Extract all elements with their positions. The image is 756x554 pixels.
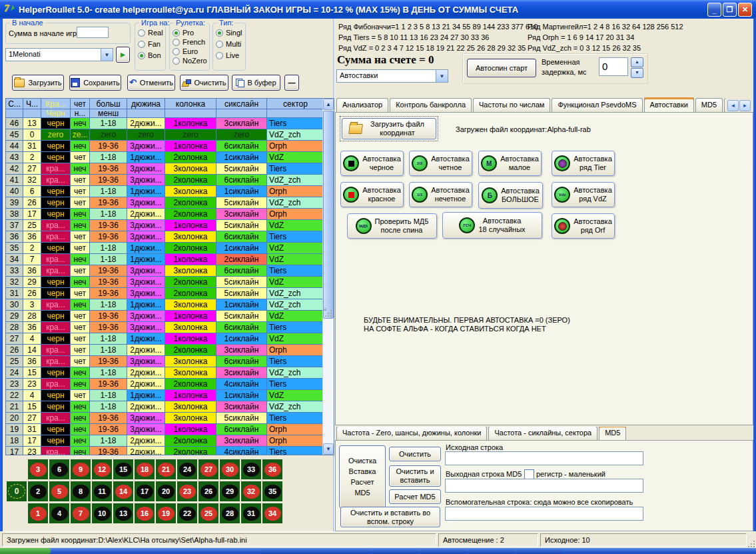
- roulette-number-cell[interactable]: 15: [113, 459, 133, 479]
- radio-icon[interactable]: [138, 41, 145, 48]
- delay-input[interactable]: 0: [599, 57, 628, 76]
- spin-up-icon[interactable]: ▲: [631, 57, 643, 67]
- roulette-number-cell[interactable]: 34: [262, 503, 282, 523]
- roulette-number-cell[interactable]: 18: [135, 459, 155, 479]
- tab-md5[interactable]: MD5: [695, 98, 723, 113]
- tab-функционал-psevdoms[interactable]: Функционал PsevdoMS: [552, 98, 642, 113]
- taskbar-button[interactable]: [373, 549, 418, 553]
- radio-option-live[interactable]: Live: [216, 51, 245, 59]
- autostake-button-18-случайных[interactable]: ГСЧАвтоставка18 случайных: [442, 212, 542, 239]
- autostake-button-ряд-vdz[interactable]: VdzАвтоставкаряд VdZ: [552, 182, 615, 207]
- scrollbar-thumb[interactable]: ≡: [323, 111, 334, 319]
- radio-option-singl[interactable]: Singl: [216, 29, 245, 37]
- mode-combobox[interactable]: Автоставки ▼: [336, 69, 448, 83]
- tab-частоты-по-числам[interactable]: Частоты по числам: [473, 98, 550, 113]
- roulette-number-cell[interactable]: 23: [177, 481, 197, 501]
- autostake-button-черное[interactable]: Автоставкачерное: [340, 151, 404, 176]
- maximize-button[interactable]: ❐: [723, 3, 737, 17]
- autostake-button-малое[interactable]: МАвтоставкамалое: [478, 151, 542, 176]
- md5-aux-input[interactable]: [445, 507, 643, 521]
- radio-icon[interactable]: [216, 52, 223, 59]
- roulette-number-cell[interactable]: 3: [28, 459, 48, 479]
- roulette-number-cell[interactable]: 11: [92, 481, 112, 501]
- roulette-zero-cell[interactable]: 0: [7, 481, 27, 501]
- roulette-number-cell[interactable]: 35: [262, 481, 282, 501]
- roulette-number-cell[interactable]: 2: [28, 481, 48, 501]
- roulette-number-cell[interactable]: 16: [135, 503, 155, 523]
- roulette-number-cell[interactable]: 20: [156, 481, 176, 501]
- roulette-number-cell[interactable]: 31: [241, 503, 261, 523]
- в буфер-button[interactable]: В буфер: [232, 75, 280, 91]
- radio-option-euro[interactable]: Euro: [173, 47, 209, 55]
- taskbar-button[interactable]: [469, 549, 514, 553]
- radio-icon[interactable]: [173, 39, 180, 46]
- md5-clear-aux-button[interactable]: Очистить и вставить во вспом. строку: [340, 507, 440, 527]
- scroll-down-icon[interactable]: ▼: [323, 443, 334, 455]
- tab-анализатор[interactable]: Анализатор: [336, 98, 388, 113]
- autostake-button-четное[interactable]: 2/2Автоставкачетное: [409, 151, 472, 176]
- taskbar-button[interactable]: [421, 549, 466, 553]
- tab-частота-сиклайны-сектора[interactable]: Частота - сиклайны, сектора: [488, 427, 597, 441]
- radio-option-nozero[interactable]: NoZero: [173, 57, 209, 65]
- roulette-number-cell[interactable]: 7: [71, 503, 91, 523]
- roulette-number-cell[interactable]: 25: [198, 503, 218, 523]
- roulette-number-cell[interactable]: 33: [241, 459, 261, 479]
- md5-calc-button[interactable]: Расчет MD5: [389, 489, 441, 504]
- md5-clear-paste-button[interactable]: Очистить и вставить: [389, 465, 441, 487]
- roulette-number-cell[interactable]: 6: [49, 459, 69, 479]
- загрузить-button[interactable]: Загрузить: [12, 75, 64, 91]
- close-button[interactable]: ✕: [738, 3, 752, 17]
- roulette-number-cell[interactable]: 30: [220, 459, 240, 479]
- resize-grip[interactable]: [747, 539, 755, 547]
- radio-icon[interactable]: [138, 29, 145, 37]
- roulette-number-cell[interactable]: 26: [198, 481, 218, 501]
- roulette-number-cell[interactable]: 12: [92, 459, 112, 479]
- load-coords-button[interactable]: Загрузить файл координат: [342, 118, 436, 139]
- radio-icon[interactable]: [173, 48, 180, 55]
- md5-out-input[interactable]: [445, 479, 643, 493]
- lowercase-checkbox[interactable]: [524, 469, 534, 479]
- roulette-number-cell[interactable]: 14: [113, 481, 133, 501]
- roulette-number-cell[interactable]: 9: [71, 459, 91, 479]
- roulette-number-cell[interactable]: 22: [177, 503, 197, 523]
- radio-icon[interactable]: [216, 29, 223, 37]
- minimize-button[interactable]: _: [707, 3, 721, 17]
- chevron-down-icon[interactable]: ▼: [101, 49, 113, 61]
- md5-big-button[interactable]: Очистка Вставка Расчет MD5: [339, 445, 386, 508]
- roulette-number-cell[interactable]: 13: [113, 503, 133, 523]
- tab-scroll-right-icon[interactable]: ►: [739, 100, 751, 111]
- radio-icon[interactable]: [173, 57, 180, 65]
- autostake-button-большое[interactable]: БАвтоставкаБОЛЬШОЕ: [478, 182, 543, 209]
- radio-option-french[interactable]: French: [173, 38, 209, 46]
- tab-автоставки[interactable]: Автоставки: [644, 97, 694, 113]
- tab-scroll-left-icon[interactable]: ◄: [727, 100, 739, 111]
- start-sum-input[interactable]: [77, 27, 109, 38]
- md5-source-input[interactable]: [445, 451, 643, 465]
- tab-частота-zero-шансы-дюжины-колонки[interactable]: Частота - Zero, шансы, дюжины, колонки: [336, 427, 487, 441]
- autostake-button-после-спина[interactable]: МД5Проверить МД5после спина: [347, 213, 437, 239]
- roulette-number-cell[interactable]: 32: [241, 481, 261, 501]
- tab-делени[interactable]: Делени: [724, 98, 725, 113]
- autostake-button-нечетное[interactable]: 1/1Автоставканечетное: [409, 182, 472, 207]
- roulette-number-cell[interactable]: 36: [262, 459, 282, 479]
- roulette-number-cell[interactable]: 10: [92, 503, 112, 523]
- tab-md5[interactable]: MD5: [599, 427, 626, 441]
- collapse-button[interactable]: —: [284, 75, 299, 91]
- radio-option-real[interactable]: Real: [138, 29, 165, 37]
- preset-combobox[interactable]: 1Melonati ▼: [5, 48, 113, 61]
- очистить-button[interactable]: Очистить: [180, 75, 228, 91]
- roulette-number-cell[interactable]: 29: [220, 481, 240, 501]
- chevron-down-icon[interactable]: ▼: [436, 70, 448, 82]
- radio-icon[interactable]: [138, 52, 145, 59]
- radio-icon[interactable]: [173, 29, 180, 37]
- md5-clear-button[interactable]: Очистить: [389, 447, 441, 461]
- сохранить-button[interactable]: Сохранить: [69, 75, 121, 91]
- tab-контроль-банкролла[interactable]: Контроль банкролла: [390, 98, 472, 113]
- scroll-up-icon[interactable]: ▲: [323, 99, 334, 110]
- spin-down-icon[interactable]: ▼: [631, 68, 643, 78]
- radio-option-multi[interactable]: Multi: [216, 40, 245, 48]
- radio-option-bon[interactable]: Bon: [138, 51, 165, 59]
- roulette-number-cell[interactable]: 27: [198, 459, 218, 479]
- radio-option-pro[interactable]: Pro: [173, 29, 209, 37]
- roulette-number-cell[interactable]: 8: [71, 481, 91, 501]
